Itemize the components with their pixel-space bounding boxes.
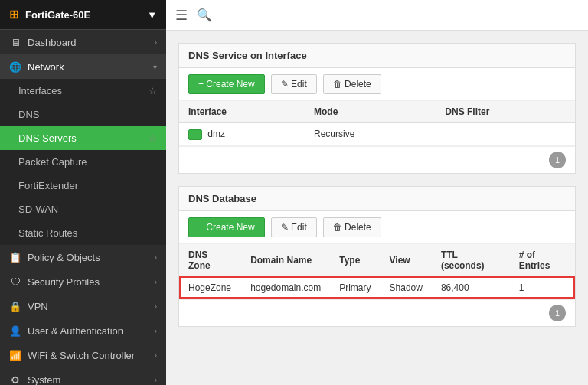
- dns-database-edit-button[interactable]: ✎ Edit: [271, 217, 317, 237]
- topbar: ☰ 🔍: [166, 0, 588, 31]
- cell-ttl: 86,400: [432, 276, 510, 299]
- sidebar-item-static-routes[interactable]: Static Routes: [0, 221, 166, 245]
- col-dns-zone: DNS Zone: [179, 244, 241, 277]
- sidebar-item-user-auth[interactable]: 👤 User & Authentication ›: [0, 318, 166, 343]
- main-area: ☰ 🔍 DNS Service on Interface + Create Ne…: [166, 0, 588, 385]
- dashboard-icon: 🖥: [9, 36, 21, 48]
- header-chevron-icon: ▼: [147, 9, 157, 21]
- cell-mode: Recursive: [305, 123, 436, 146]
- dns-database-table: DNS Zone Domain Name Type View TTL (seco…: [179, 244, 575, 299]
- sidebar-item-packet-capture[interactable]: Packet Capture: [0, 150, 166, 174]
- policy-icon: 📋: [9, 251, 21, 263]
- dns-service-title: DNS Service on Interface: [179, 44, 575, 68]
- sidebar-label-sd-wan: SD-WAN: [18, 204, 58, 215]
- sidebar-item-security-profiles[interactable]: 🛡 Security Profiles ›: [0, 269, 166, 294]
- sidebar-item-fortiextender[interactable]: FortiExtender: [0, 174, 166, 197]
- system-icon: ⚙: [9, 374, 21, 385]
- network-icon: 🌐: [9, 60, 21, 73]
- sidebar-label-fortiextender: FortiExtender: [18, 180, 78, 191]
- cell-view: Shadow: [381, 276, 432, 299]
- security-icon: 🛡: [9, 276, 21, 288]
- search-icon[interactable]: 🔍: [197, 8, 212, 22]
- dns-servers-star-icon: ☆: [149, 133, 157, 144]
- sidebar-label-dns: DNS: [18, 109, 39, 120]
- content-area: DNS Service on Interface + Create New ✎ …: [166, 31, 588, 385]
- sidebar-label-packet-capture: Packet Capture: [18, 156, 87, 168]
- cell-domain-name: hogedomain.com: [241, 276, 330, 299]
- dns-service-section: DNS Service on Interface + Create New ✎ …: [178, 43, 576, 174]
- col-dns-filter: DNS Filter: [436, 101, 575, 123]
- network-chevron-icon: ▾: [153, 63, 157, 71]
- cell-dns-filter: [436, 123, 575, 146]
- cell-dns-zone: HogeZone: [179, 276, 241, 299]
- sidebar-item-network[interactable]: 🌐 Network ▾: [0, 54, 166, 79]
- col-ttl: TTL (seconds): [432, 244, 510, 277]
- dns-database-delete-button[interactable]: 🗑 Delete: [323, 217, 381, 237]
- sidebar-label-user-auth: User & Authentication: [28, 325, 123, 337]
- dns-service-toolbar: + Create New ✎ Edit 🗑 Delete: [179, 68, 575, 101]
- sidebar-label-network: Network: [28, 61, 64, 73]
- dns-database-section: DNS Database + Create New ✎ Edit 🗑 Delet…: [178, 186, 576, 327]
- sidebar-label-policy-objects: Policy & Objects: [28, 252, 100, 263]
- user-icon: 👤: [9, 325, 21, 337]
- sidebar-item-dashboard[interactable]: 🖥 Dashboard ›: [0, 30, 166, 54]
- dns-service-page-badge: 1: [549, 152, 566, 168]
- sidebar-label-system: System: [28, 374, 60, 386]
- cell-type: Primary: [330, 276, 380, 299]
- col-entries: # of Entries: [510, 244, 575, 277]
- sidebar-label-dns-servers: DNS Servers: [18, 132, 77, 144]
- dns-service-footer: 1: [179, 146, 575, 173]
- sidebar-item-system[interactable]: ⚙ System ›: [0, 367, 166, 385]
- user-chevron-icon: ›: [155, 327, 157, 335]
- system-chevron-icon: ›: [155, 376, 157, 384]
- sidebar-label-interfaces: Interfaces: [18, 85, 62, 96]
- sidebar-label-security-profiles: Security Profiles: [28, 276, 100, 288]
- dns-database-page-badge: 1: [549, 305, 566, 321]
- sidebar-item-interfaces[interactable]: Interfaces ☆: [0, 79, 166, 103]
- policy-chevron-icon: ›: [155, 253, 157, 262]
- network-submenu: Interfaces ☆ DNS DNS Servers ☆ Packet Ca…: [0, 79, 166, 245]
- vpn-chevron-icon: ›: [155, 302, 157, 311]
- dns-service-delete-button[interactable]: 🗑 Delete: [323, 74, 381, 94]
- col-domain-name: Domain Name: [241, 244, 330, 277]
- sidebar-item-wifi-switch[interactable]: 📶 WiFi & Switch Controller ›: [0, 343, 166, 367]
- app-title: FortiGate-60E: [25, 9, 90, 21]
- table-row[interactable]: HogeZone hogedomain.com Primary Shadow 8…: [179, 276, 575, 299]
- sidebar-label-vpn: VPN: [28, 301, 48, 312]
- fortigate-icon: ⊞: [9, 8, 19, 21]
- dns-database-toolbar: + Create New ✎ Edit 🗑 Delete: [179, 211, 575, 244]
- sidebar-item-sd-wan[interactable]: SD-WAN: [0, 197, 166, 221]
- sidebar-item-policy-objects[interactable]: 📋 Policy & Objects ›: [0, 245, 166, 269]
- sidebar-item-dns[interactable]: DNS: [0, 103, 166, 126]
- col-interface: Interface: [179, 101, 305, 123]
- sidebar-item-dns-servers[interactable]: DNS Servers ☆: [0, 126, 166, 150]
- hamburger-icon[interactable]: ☰: [175, 7, 188, 24]
- security-chevron-icon: ›: [155, 278, 157, 286]
- wifi-chevron-icon: ›: [155, 351, 157, 360]
- dns-database-footer: 1: [179, 299, 575, 326]
- table-row[interactable]: dmz Recursive: [179, 123, 575, 146]
- sidebar: ⊞ FortiGate-60E ▼ 🖥 Dashboard › 🌐 Networ…: [0, 0, 166, 385]
- dns-database-title: DNS Database: [179, 187, 575, 211]
- dns-service-create-button[interactable]: + Create New: [188, 74, 265, 94]
- dashboard-chevron-icon: ›: [155, 38, 157, 47]
- dns-service-table: Interface Mode DNS Filter dmz Recursive: [179, 101, 575, 146]
- cell-interface: dmz: [179, 123, 305, 146]
- sidebar-label-dashboard: Dashboard: [28, 37, 77, 48]
- cell-entries: 1: [510, 276, 575, 299]
- wifi-icon: 📶: [9, 349, 21, 361]
- sidebar-label-static-routes: Static Routes: [18, 227, 77, 239]
- col-view: View: [381, 244, 432, 277]
- sidebar-item-vpn[interactable]: 🔒 VPN ›: [0, 294, 166, 318]
- dns-service-edit-button[interactable]: ✎ Edit: [271, 74, 317, 94]
- sidebar-header[interactable]: ⊞ FortiGate-60E ▼: [0, 0, 166, 30]
- sidebar-label-wifi-switch: WiFi & Switch Controller: [28, 350, 135, 361]
- col-mode: Mode: [305, 101, 436, 123]
- dns-database-create-button[interactable]: + Create New: [188, 217, 265, 237]
- col-type: Type: [330, 244, 380, 277]
- vpn-icon: 🔒: [9, 300, 21, 312]
- interfaces-star-icon: ☆: [149, 86, 157, 96]
